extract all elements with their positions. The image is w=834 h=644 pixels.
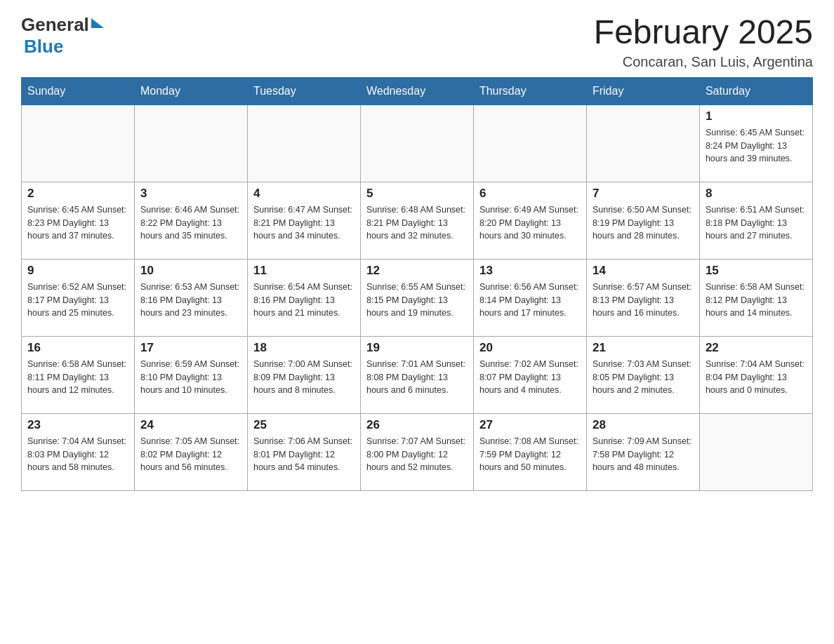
day-info: Sunrise: 6:49 AM Sunset: 8:20 PM Dayligh…: [479, 203, 581, 243]
weekday-header-saturday: Saturday: [699, 77, 812, 105]
calendar-day-cell: 23Sunrise: 7:04 AM Sunset: 8:03 PM Dayli…: [22, 413, 135, 490]
day-info: Sunrise: 7:06 AM Sunset: 8:01 PM Dayligh…: [253, 435, 355, 474]
day-number: 27: [479, 418, 581, 432]
calendar-day-cell: 12Sunrise: 6:55 AM Sunset: 8:15 PM Dayli…: [360, 259, 473, 336]
calendar-table: SundayMondayTuesdayWednesdayThursdayFrid…: [21, 77, 813, 491]
logo-general-text: General: [21, 14, 89, 36]
day-number: 12: [366, 264, 468, 278]
calendar-day-cell: 5Sunrise: 6:48 AM Sunset: 8:21 PM Daylig…: [360, 182, 473, 259]
day-number: 1: [706, 109, 807, 123]
calendar-day-cell: 24Sunrise: 7:05 AM Sunset: 8:02 PM Dayli…: [134, 413, 247, 490]
logo-blue-text: Blue: [24, 36, 63, 57]
day-number: 17: [140, 341, 241, 355]
calendar-day-cell: [473, 105, 586, 182]
day-info: Sunrise: 6:59 AM Sunset: 8:10 PM Dayligh…: [140, 358, 241, 397]
calendar-day-cell: 13Sunrise: 6:56 AM Sunset: 8:14 PM Dayli…: [473, 259, 586, 336]
calendar-day-cell: 10Sunrise: 6:53 AM Sunset: 8:16 PM Dayli…: [134, 259, 247, 336]
day-number: 20: [479, 341, 581, 355]
calendar-day-cell: 6Sunrise: 6:49 AM Sunset: 8:20 PM Daylig…: [473, 182, 586, 259]
calendar-day-cell: [134, 105, 247, 182]
calendar-day-cell: 20Sunrise: 7:02 AM Sunset: 8:07 PM Dayli…: [473, 336, 586, 413]
day-number: 2: [27, 187, 128, 201]
day-number: 14: [593, 264, 694, 278]
calendar-day-cell: 19Sunrise: 7:01 AM Sunset: 8:08 PM Dayli…: [360, 336, 473, 413]
calendar-day-cell: 25Sunrise: 7:06 AM Sunset: 8:01 PM Dayli…: [247, 413, 360, 490]
logo: General Blue: [21, 14, 104, 58]
logo-triangle-icon: [91, 18, 104, 28]
day-info: Sunrise: 6:58 AM Sunset: 8:11 PM Dayligh…: [27, 358, 128, 397]
weekday-header-thursday: Thursday: [473, 77, 586, 105]
calendar-day-cell: 9Sunrise: 6:52 AM Sunset: 8:17 PM Daylig…: [22, 259, 135, 336]
day-number: 6: [479, 187, 581, 201]
day-info: Sunrise: 6:48 AM Sunset: 8:21 PM Dayligh…: [366, 203, 468, 243]
day-info: Sunrise: 6:57 AM Sunset: 8:13 PM Dayligh…: [593, 281, 694, 320]
day-info: Sunrise: 6:50 AM Sunset: 8:19 PM Dayligh…: [593, 203, 694, 243]
calendar-day-cell: 4Sunrise: 6:47 AM Sunset: 8:21 PM Daylig…: [247, 182, 360, 259]
calendar-day-cell: 15Sunrise: 6:58 AM Sunset: 8:12 PM Dayli…: [699, 259, 812, 336]
calendar-day-cell: 1Sunrise: 6:45 AM Sunset: 8:24 PM Daylig…: [699, 105, 812, 182]
day-info: Sunrise: 6:54 AM Sunset: 8:16 PM Dayligh…: [253, 281, 355, 320]
weekday-header-friday: Friday: [586, 77, 699, 105]
day-info: Sunrise: 7:08 AM Sunset: 7:59 PM Dayligh…: [479, 435, 581, 474]
calendar-day-cell: 22Sunrise: 7:04 AM Sunset: 8:04 PM Dayli…: [699, 336, 812, 413]
weekday-header-wednesday: Wednesday: [360, 77, 473, 105]
day-info: Sunrise: 7:09 AM Sunset: 7:58 PM Dayligh…: [593, 435, 694, 474]
calendar-day-cell: 14Sunrise: 6:57 AM Sunset: 8:13 PM Dayli…: [586, 259, 699, 336]
day-info: Sunrise: 6:46 AM Sunset: 8:22 PM Dayligh…: [140, 203, 241, 243]
calendar-day-cell: 27Sunrise: 7:08 AM Sunset: 7:59 PM Dayli…: [473, 413, 586, 490]
day-info: Sunrise: 7:07 AM Sunset: 8:00 PM Dayligh…: [366, 435, 468, 474]
title-block: February 2025 Concaran, San Luis, Argent…: [594, 14, 813, 70]
calendar-day-cell: [586, 105, 699, 182]
calendar-day-cell: 11Sunrise: 6:54 AM Sunset: 8:16 PM Dayli…: [247, 259, 360, 336]
weekday-header-sunday: Sunday: [22, 77, 135, 105]
calendar-week-row: 16Sunrise: 6:58 AM Sunset: 8:11 PM Dayli…: [22, 336, 813, 413]
day-info: Sunrise: 7:02 AM Sunset: 8:07 PM Dayligh…: [479, 358, 581, 397]
day-info: Sunrise: 6:51 AM Sunset: 8:18 PM Dayligh…: [706, 203, 807, 243]
day-number: 28: [593, 418, 694, 432]
month-title: February 2025: [594, 14, 813, 51]
calendar-day-cell: 2Sunrise: 6:45 AM Sunset: 8:23 PM Daylig…: [22, 182, 135, 259]
day-number: 8: [706, 187, 807, 201]
calendar-header-row: SundayMondayTuesdayWednesdayThursdayFrid…: [22, 77, 813, 105]
day-info: Sunrise: 7:01 AM Sunset: 8:08 PM Dayligh…: [366, 358, 468, 397]
calendar-day-cell: [360, 105, 473, 182]
day-info: Sunrise: 7:05 AM Sunset: 8:02 PM Dayligh…: [140, 435, 241, 474]
calendar-day-cell: [699, 413, 812, 490]
calendar-day-cell: 17Sunrise: 6:59 AM Sunset: 8:10 PM Dayli…: [134, 336, 247, 413]
day-info: Sunrise: 7:03 AM Sunset: 8:05 PM Dayligh…: [593, 358, 694, 397]
day-info: Sunrise: 6:56 AM Sunset: 8:14 PM Dayligh…: [479, 281, 581, 320]
calendar-day-cell: 3Sunrise: 6:46 AM Sunset: 8:22 PM Daylig…: [134, 182, 247, 259]
calendar-day-cell: 21Sunrise: 7:03 AM Sunset: 8:05 PM Dayli…: [586, 336, 699, 413]
day-number: 9: [27, 264, 128, 278]
day-info: Sunrise: 6:53 AM Sunset: 8:16 PM Dayligh…: [140, 281, 241, 320]
day-number: 7: [593, 187, 694, 201]
day-info: Sunrise: 6:47 AM Sunset: 8:21 PM Dayligh…: [253, 203, 355, 243]
calendar-week-row: 23Sunrise: 7:04 AM Sunset: 8:03 PM Dayli…: [22, 413, 813, 490]
calendar-day-cell: 28Sunrise: 7:09 AM Sunset: 7:58 PM Dayli…: [586, 413, 699, 490]
calendar-day-cell: 7Sunrise: 6:50 AM Sunset: 8:19 PM Daylig…: [586, 182, 699, 259]
calendar-day-cell: [22, 105, 135, 182]
calendar-day-cell: 18Sunrise: 7:00 AM Sunset: 8:09 PM Dayli…: [247, 336, 360, 413]
day-number: 4: [253, 187, 355, 201]
day-number: 25: [253, 418, 355, 432]
weekday-header-tuesday: Tuesday: [247, 77, 360, 105]
day-number: 11: [253, 264, 355, 278]
calendar-week-row: 9Sunrise: 6:52 AM Sunset: 8:17 PM Daylig…: [22, 259, 813, 336]
day-info: Sunrise: 6:52 AM Sunset: 8:17 PM Dayligh…: [27, 281, 128, 320]
day-number: 10: [140, 264, 241, 278]
day-info: Sunrise: 6:55 AM Sunset: 8:15 PM Dayligh…: [366, 281, 468, 320]
weekday-header-monday: Monday: [134, 77, 247, 105]
calendar-week-row: 1Sunrise: 6:45 AM Sunset: 8:24 PM Daylig…: [22, 105, 813, 182]
day-number: 26: [366, 418, 468, 432]
calendar-week-row: 2Sunrise: 6:45 AM Sunset: 8:23 PM Daylig…: [22, 182, 813, 259]
day-info: Sunrise: 6:45 AM Sunset: 8:23 PM Dayligh…: [27, 203, 128, 243]
calendar-day-cell: 16Sunrise: 6:58 AM Sunset: 8:11 PM Dayli…: [22, 336, 135, 413]
day-info: Sunrise: 6:45 AM Sunset: 8:24 PM Dayligh…: [706, 126, 807, 166]
day-number: 16: [27, 341, 128, 355]
calendar-day-cell: 26Sunrise: 7:07 AM Sunset: 8:00 PM Dayli…: [360, 413, 473, 490]
day-number: 19: [366, 341, 468, 355]
day-number: 21: [593, 341, 694, 355]
location-subtitle: Concaran, San Luis, Argentina: [594, 54, 813, 70]
calendar-day-cell: [247, 105, 360, 182]
calendar-day-cell: 8Sunrise: 6:51 AM Sunset: 8:18 PM Daylig…: [699, 182, 812, 259]
